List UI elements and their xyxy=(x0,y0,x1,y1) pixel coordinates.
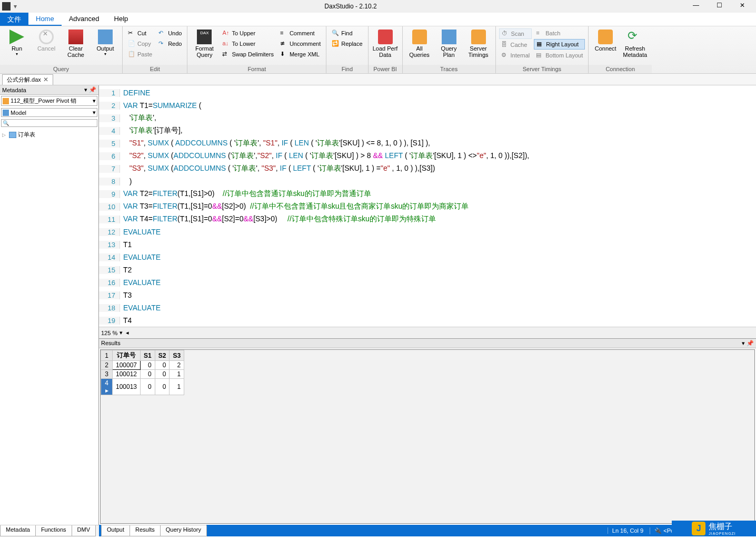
find-button[interactable]: 🔍Find xyxy=(330,28,364,38)
ribbon-group-format: DAXFormat Query A↑To Upper a↓To Lower ⇄S… xyxy=(187,26,326,73)
ribbon-group-connection: Connect ⟳Refresh Metadata Connection xyxy=(589,26,652,73)
maximize-button[interactable]: ☐ xyxy=(708,0,731,13)
tab-query-history[interactable]: Query History xyxy=(160,525,207,536)
replace-button[interactable]: 🔁Replace xyxy=(330,39,364,48)
results-panel-header: Results ▾ 📌 xyxy=(99,339,756,348)
cache-button[interactable]: 🗄Cache xyxy=(499,40,532,50)
swap-delim-button[interactable]: ⇄Swap Delimiters xyxy=(220,50,275,59)
load-perf-button[interactable]: Load Perf Data xyxy=(371,27,400,59)
model-selector[interactable]: Model▾ xyxy=(1,108,97,117)
zoom-dropdown-icon[interactable]: ▾ xyxy=(120,329,123,336)
run-button[interactable]: Run▾ xyxy=(2,27,32,59)
results-panel: Results ▾ 📌 1订单号S1S2S3210000700231000120… xyxy=(99,339,756,525)
clear-cache-button[interactable]: Clear Cache xyxy=(61,27,91,59)
query-plan-button[interactable]: Query Plan xyxy=(434,27,464,59)
close-button[interactable]: ✕ xyxy=(731,0,754,13)
merge-xml-button[interactable]: ⬇Merge XML xyxy=(278,50,323,59)
format-query-button[interactable]: DAXFormat Query xyxy=(190,27,219,60)
ribbon: Run▾ ✕Cancel Clear Cache Output▾ Query ✂… xyxy=(0,26,756,74)
status-cursor-pos: Ln 16, Col 9 xyxy=(608,527,643,534)
zoom-level[interactable]: 125 % xyxy=(101,330,117,336)
cut-button[interactable]: ✂Cut xyxy=(126,28,154,38)
undo-button[interactable]: ↶Undo xyxy=(156,28,184,38)
close-tab-icon[interactable]: ✕ xyxy=(43,76,48,83)
metadata-panel-header: Metadata ▾ 📌 xyxy=(0,85,98,95)
tree-item-table[interactable]: ▷ 订单表 xyxy=(2,130,96,139)
ribbon-group-edit: ✂Cut 📄Copy 📋Paste ↶Undo ↷Redo Edit xyxy=(123,26,187,73)
menu-bar: 文件 Home Advanced Help xyxy=(0,13,756,26)
tree-expand-icon[interactable]: ▷ xyxy=(2,132,7,138)
document-tab[interactable]: 公式分解.dax ✕ xyxy=(2,74,53,85)
uncomment-button[interactable]: ≢Uncomment xyxy=(278,39,323,48)
ribbon-group-find: 🔍Find 🔁Replace Find xyxy=(326,26,368,73)
window-title: DaxStudio - 2.10.2 xyxy=(17,3,684,10)
code-editor[interactable]: 1DEFINE2VAR T1=SUMMARIZE (3 '订单表',4 '订单表… xyxy=(99,85,756,339)
copy-button[interactable]: 📄Copy xyxy=(126,39,154,48)
panel-menu-icon[interactable]: ▾ 📌 xyxy=(84,86,96,93)
comment-button[interactable]: ≡Comment xyxy=(278,28,323,38)
all-queries-button[interactable]: All Queries xyxy=(405,27,434,59)
database-selector[interactable]: 112_模型_Power Pivot 销▾ xyxy=(1,96,97,106)
batch-button[interactable]: ≡Batch xyxy=(534,28,585,38)
server-timings-button[interactable]: Server Timings xyxy=(464,27,493,59)
metadata-panel: Metadata ▾ 📌 112_模型_Power Pivot 销▾ Model… xyxy=(0,85,99,525)
results-grid-area: 1订单号S1S2S3210000700231000120014 ▸1000130… xyxy=(100,349,755,524)
watermark: J 焦棚子JIAOPENGZI xyxy=(672,521,756,536)
panel-menu-icon[interactable]: ▾ 📌 xyxy=(742,340,754,347)
connect-button[interactable]: Connect xyxy=(591,27,620,59)
tab-output[interactable]: Output xyxy=(101,525,130,536)
cancel-button[interactable]: ✕Cancel xyxy=(32,27,61,59)
document-tab-label: 公式分解.dax xyxy=(7,76,41,84)
menu-file[interactable]: 文件 xyxy=(0,13,28,26)
editor-statusbar: 125 % ▾ ◂ xyxy=(99,327,756,338)
refresh-metadata-button[interactable]: ⟳Refresh Metadata xyxy=(620,27,650,59)
app-icon xyxy=(2,2,11,11)
tab-metadata[interactable]: Metadata xyxy=(0,525,36,536)
hscroll-left-icon[interactable]: ◂ xyxy=(126,329,129,336)
bottom-layout-button[interactable]: ▤Bottom Layout xyxy=(534,51,585,60)
redo-button[interactable]: ↷Redo xyxy=(156,39,184,48)
output-button[interactable]: Output▾ xyxy=(91,27,120,59)
menu-advanced[interactable]: Advanced xyxy=(62,13,107,26)
ribbon-group-traces: All Queries Query Plan Server Timings Tr… xyxy=(403,26,496,73)
metadata-tree[interactable]: ▷ 订单表 xyxy=(0,128,98,525)
paste-button[interactable]: 📋Paste xyxy=(126,50,154,59)
ribbon-group-powerbi: Load Perf Data Power BI xyxy=(369,26,403,73)
window-titlebar: ▾ DaxStudio - 2.10.2 — ☐ ✕ xyxy=(0,0,756,13)
tab-dmv[interactable]: DMV xyxy=(72,525,96,536)
results-grid[interactable]: 1订单号S1S2S3210000700231000120014 ▸1000130… xyxy=(101,350,184,395)
minimize-button[interactable]: — xyxy=(684,0,708,13)
table-icon xyxy=(9,132,16,138)
left-bottom-tabs: Metadata Functions DMV xyxy=(0,525,99,536)
internal-button[interactable]: ⚙Internal xyxy=(499,51,532,60)
ribbon-group-server: ⏱Scan 🗄Cache ⚙Internal ≡Batch ▦Right Lay… xyxy=(496,26,589,73)
to-lower-button[interactable]: a↓To Lower xyxy=(220,39,275,48)
to-upper-button[interactable]: A↑To Upper xyxy=(220,28,275,38)
metadata-search[interactable] xyxy=(1,119,97,127)
ribbon-group-query: Run▾ ✕Cancel Clear Cache Output▾ Query xyxy=(0,26,123,73)
document-tabstrip: 公式分解.dax ✕ xyxy=(0,74,756,85)
scan-button[interactable]: ⏱Scan xyxy=(499,28,532,39)
menu-home[interactable]: Home xyxy=(28,13,62,26)
tab-functions[interactable]: Functions xyxy=(35,525,72,536)
editor-bottom-tabs: Output Results Query History xyxy=(101,525,206,536)
right-layout-button[interactable]: ▦Right Layout xyxy=(534,39,585,50)
watermark-logo-icon: J xyxy=(692,522,705,535)
tab-results[interactable]: Results xyxy=(130,525,161,536)
menu-help[interactable]: Help xyxy=(107,13,136,26)
